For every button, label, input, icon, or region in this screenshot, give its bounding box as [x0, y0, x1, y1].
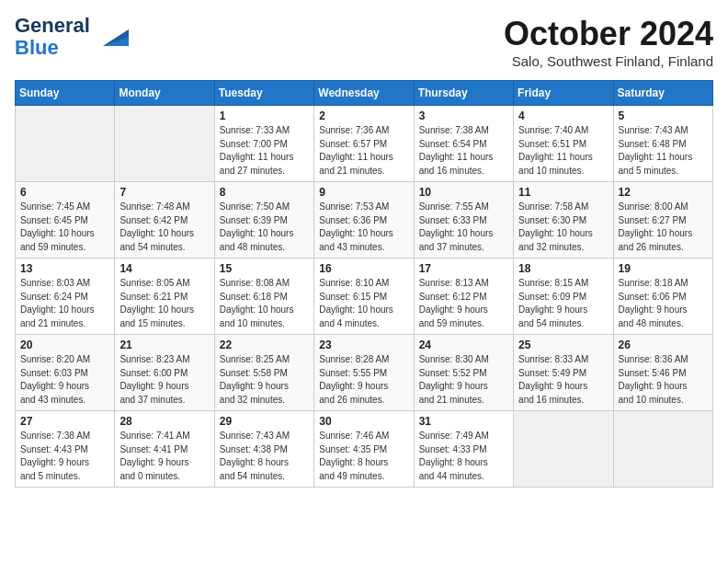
- day-number: 1: [220, 109, 309, 122]
- day-info: Sunrise: 7:43 AM Sunset: 6:48 PM Dayligh…: [619, 124, 708, 178]
- day-number: 11: [518, 186, 608, 199]
- day-info: Sunrise: 7:40 AM Sunset: 6:51 PM Dayligh…: [518, 124, 608, 178]
- day-info: Sunrise: 8:05 AM Sunset: 6:21 PM Dayligh…: [119, 277, 209, 330]
- page-header: General Blue October 2024 Salo, Southwes…: [15, 15, 713, 69]
- calendar-cell: 20Sunrise: 8:20 AM Sunset: 6:03 PM Dayli…: [16, 335, 115, 411]
- day-number: 28: [119, 415, 209, 428]
- title-block: October 2024 Salo, Southwest Finland, Fi…: [504, 15, 713, 69]
- day-info: Sunrise: 8:30 AM Sunset: 5:52 PM Dayligh…: [419, 353, 508, 407]
- location: Salo, Southwest Finland, Finland: [504, 53, 713, 69]
- day-info: Sunrise: 7:50 AM Sunset: 6:39 PM Dayligh…: [220, 201, 309, 254]
- day-number: 14: [119, 262, 209, 275]
- day-info: Sunrise: 8:28 AM Sunset: 5:55 PM Dayligh…: [319, 353, 408, 407]
- calendar-cell: 6Sunrise: 7:45 AM Sunset: 6:45 PM Daylig…: [16, 182, 115, 259]
- day-number: 21: [119, 339, 209, 351]
- calendar-cell: 14Sunrise: 8:05 AM Sunset: 6:21 PM Dayli…: [115, 259, 214, 335]
- calendar-cell: 24Sunrise: 8:30 AM Sunset: 5:52 PM Dayli…: [414, 335, 513, 411]
- day-info: Sunrise: 7:38 AM Sunset: 6:54 PM Dayligh…: [419, 124, 508, 178]
- day-number: 29: [220, 415, 309, 428]
- calendar-cell: 15Sunrise: 8:08 AM Sunset: 6:18 PM Dayli…: [214, 259, 313, 335]
- day-number: 15: [220, 262, 309, 275]
- calendar-cell: 29Sunrise: 7:43 AM Sunset: 4:38 PM Dayli…: [214, 411, 313, 488]
- calendar-week-row: 27Sunrise: 7:38 AM Sunset: 4:43 PM Dayli…: [16, 411, 713, 488]
- calendar-cell: [16, 106, 115, 182]
- calendar-cell: 26Sunrise: 8:36 AM Sunset: 5:46 PM Dayli…: [613, 335, 712, 411]
- day-info: Sunrise: 8:33 AM Sunset: 5:49 PM Dayligh…: [518, 353, 608, 407]
- day-number: 12: [619, 186, 708, 199]
- calendar-cell: [514, 411, 613, 488]
- calendar-cell: 19Sunrise: 8:18 AM Sunset: 6:06 PM Dayli…: [613, 259, 712, 335]
- day-info: Sunrise: 8:08 AM Sunset: 6:18 PM Dayligh…: [220, 277, 309, 330]
- day-number: 9: [319, 186, 408, 199]
- calendar-week-row: 1Sunrise: 7:33 AM Sunset: 7:00 PM Daylig…: [16, 106, 713, 182]
- day-info: Sunrise: 8:18 AM Sunset: 6:06 PM Dayligh…: [619, 277, 708, 330]
- calendar-cell: [115, 106, 214, 182]
- weekday-header: Friday: [514, 81, 613, 106]
- day-number: 22: [220, 339, 309, 351]
- logo-text: General Blue: [15, 15, 90, 59]
- day-number: 3: [419, 109, 508, 122]
- weekday-header: Sunday: [16, 81, 115, 106]
- day-number: 16: [319, 262, 408, 275]
- logo: General Blue: [15, 15, 129, 59]
- day-info: Sunrise: 8:20 AM Sunset: 6:03 PM Dayligh…: [20, 353, 109, 407]
- calendar-cell: 28Sunrise: 7:41 AM Sunset: 4:41 PM Dayli…: [115, 411, 214, 488]
- day-info: Sunrise: 8:13 AM Sunset: 6:12 PM Dayligh…: [419, 277, 508, 330]
- day-info: Sunrise: 7:36 AM Sunset: 6:57 PM Dayligh…: [319, 124, 408, 178]
- calendar-cell: [613, 411, 712, 488]
- day-info: Sunrise: 7:48 AM Sunset: 6:42 PM Dayligh…: [119, 201, 209, 254]
- day-number: 2: [319, 109, 408, 122]
- calendar-cell: 10Sunrise: 7:55 AM Sunset: 6:33 PM Dayli…: [414, 182, 513, 259]
- weekday-header: Thursday: [414, 81, 513, 106]
- day-info: Sunrise: 7:33 AM Sunset: 7:00 PM Dayligh…: [220, 124, 309, 178]
- calendar-week-row: 6Sunrise: 7:45 AM Sunset: 6:45 PM Daylig…: [16, 182, 713, 259]
- day-number: 30: [319, 415, 408, 428]
- calendar-week-row: 20Sunrise: 8:20 AM Sunset: 6:03 PM Dayli…: [16, 335, 713, 411]
- weekday-header: Wednesday: [314, 81, 414, 106]
- day-info: Sunrise: 7:49 AM Sunset: 4:33 PM Dayligh…: [419, 430, 508, 483]
- day-info: Sunrise: 7:53 AM Sunset: 6:36 PM Dayligh…: [319, 201, 408, 254]
- calendar-cell: 9Sunrise: 7:53 AM Sunset: 6:36 PM Daylig…: [314, 182, 414, 259]
- day-info: Sunrise: 7:58 AM Sunset: 6:30 PM Dayligh…: [518, 201, 608, 254]
- calendar-cell: 31Sunrise: 7:49 AM Sunset: 4:33 PM Dayli…: [414, 411, 513, 488]
- calendar-cell: 7Sunrise: 7:48 AM Sunset: 6:42 PM Daylig…: [115, 182, 214, 259]
- calendar-cell: 16Sunrise: 8:10 AM Sunset: 6:15 PM Dayli…: [314, 259, 414, 335]
- day-number: 10: [419, 186, 508, 199]
- day-number: 23: [319, 339, 408, 351]
- day-number: 7: [119, 186, 209, 199]
- calendar-cell: 12Sunrise: 8:00 AM Sunset: 6:27 PM Dayli…: [613, 182, 712, 259]
- calendar-cell: 25Sunrise: 8:33 AM Sunset: 5:49 PM Dayli…: [514, 335, 613, 411]
- day-info: Sunrise: 8:10 AM Sunset: 6:15 PM Dayligh…: [319, 277, 408, 330]
- day-number: 26: [619, 339, 708, 351]
- day-number: 18: [518, 262, 608, 275]
- day-number: 20: [20, 339, 109, 351]
- day-number: 25: [518, 339, 608, 351]
- logo-icon: [94, 20, 129, 46]
- calendar-cell: 22Sunrise: 8:25 AM Sunset: 5:58 PM Dayli…: [214, 335, 313, 411]
- day-info: Sunrise: 7:55 AM Sunset: 6:33 PM Dayligh…: [419, 201, 508, 254]
- calendar-cell: 11Sunrise: 7:58 AM Sunset: 6:30 PM Dayli…: [514, 182, 613, 259]
- day-number: 8: [220, 186, 309, 199]
- weekday-header: Monday: [115, 81, 214, 106]
- day-info: Sunrise: 8:23 AM Sunset: 6:00 PM Dayligh…: [119, 353, 209, 407]
- day-number: 24: [419, 339, 508, 351]
- calendar-cell: 21Sunrise: 8:23 AM Sunset: 6:00 PM Dayli…: [115, 335, 214, 411]
- day-info: Sunrise: 7:41 AM Sunset: 4:41 PM Dayligh…: [119, 430, 209, 483]
- day-number: 19: [619, 262, 708, 275]
- calendar-cell: 2Sunrise: 7:36 AM Sunset: 6:57 PM Daylig…: [314, 106, 414, 182]
- calendar-cell: 30Sunrise: 7:46 AM Sunset: 4:35 PM Dayli…: [314, 411, 414, 488]
- day-number: 31: [419, 415, 508, 428]
- calendar-header: SundayMondayTuesdayWednesdayThursdayFrid…: [16, 81, 713, 106]
- day-info: Sunrise: 7:43 AM Sunset: 4:38 PM Dayligh…: [220, 430, 309, 483]
- calendar-cell: 1Sunrise: 7:33 AM Sunset: 7:00 PM Daylig…: [214, 106, 313, 182]
- weekday-header: Saturday: [613, 81, 712, 106]
- day-info: Sunrise: 7:45 AM Sunset: 6:45 PM Dayligh…: [20, 201, 109, 254]
- day-number: 4: [518, 109, 608, 122]
- calendar-cell: 3Sunrise: 7:38 AM Sunset: 6:54 PM Daylig…: [414, 106, 513, 182]
- day-info: Sunrise: 8:36 AM Sunset: 5:46 PM Dayligh…: [619, 353, 708, 407]
- day-number: 5: [619, 109, 708, 122]
- day-number: 27: [20, 415, 109, 428]
- day-info: Sunrise: 7:38 AM Sunset: 4:43 PM Dayligh…: [20, 430, 109, 483]
- day-info: Sunrise: 8:25 AM Sunset: 5:58 PM Dayligh…: [220, 353, 309, 407]
- calendar-cell: 23Sunrise: 8:28 AM Sunset: 5:55 PM Dayli…: [314, 335, 414, 411]
